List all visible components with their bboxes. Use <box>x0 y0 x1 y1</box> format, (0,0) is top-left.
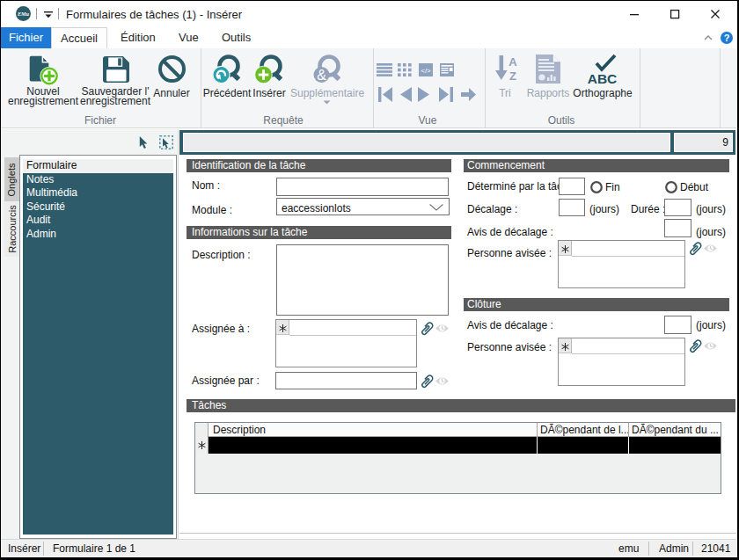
svg-text:A: A <box>509 55 517 69</box>
svg-text:ABC: ABC <box>588 71 618 84</box>
svg-text:</>: </> <box>421 67 431 75</box>
svg-text:EMu: EMu <box>17 11 30 17</box>
svg-text:&: & <box>317 68 326 83</box>
svg-text:?: ? <box>724 33 730 43</box>
svg-text:Z: Z <box>509 69 516 82</box>
